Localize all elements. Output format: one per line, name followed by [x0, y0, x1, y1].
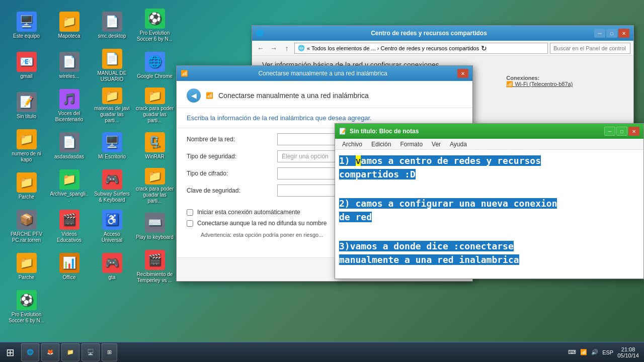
notepad-content[interactable]: 1) vamos a centro de redes y recursoscom… — [335, 150, 643, 279]
sin-titulo-label: Sin título — [17, 114, 36, 120]
desktop-icon-este-equipo[interactable]: 🖥️ Este equipo — [5, 5, 48, 45]
connect-hidden-checkbox[interactable] — [187, 220, 193, 227]
desktop-icon-subway[interactable]: 🎮 Subway Surfers & Keyboard — [91, 166, 133, 206]
desktop-icon-pro-evo1[interactable]: ⚽ Pro Evolution Soccer 6 by N... — [133, 5, 176, 45]
network-close-button[interactable]: ✕ — [618, 29, 629, 38]
desktop-icon-materias[interactable]: 📁 materias de javi guadar las parti... — [91, 85, 133, 126]
crack1-label: crack para poder guadar las parti... — [135, 106, 174, 124]
acceso-label: Acceso Universal — [93, 231, 131, 243]
taskbar-items: 🌐 🦊 📁 🖥️ ⊞ — [20, 342, 563, 362]
wireless-dialog-header: ◀ 📶 Conectarse manualmente a una red ina… — [177, 81, 472, 108]
desktop-icon-parche2[interactable]: 📁 Parche — [5, 246, 48, 287]
taskbar-item-explorer[interactable]: 📁 — [61, 343, 79, 361]
manual-icon: 📄 — [102, 49, 122, 69]
materias-icon: 📁 — [102, 87, 122, 104]
taskbar-apps-icon: ⊞ — [107, 349, 112, 355]
taskbar-tray: ⌨ 📶 🔊 ESP 21:08 05/10/14 — [563, 346, 644, 358]
clave-seguridad-label: Clave de seguridad: — [187, 187, 272, 194]
network-back-button[interactable]: ← — [255, 43, 266, 54]
asdasdasdas-label: asdasdasdas — [54, 154, 84, 160]
mi-escritorio-icon: 🖥️ — [102, 132, 122, 152]
play-icon: ⌨️ — [145, 213, 165, 233]
desktop-icon-asdasdasdas[interactable]: 📄 asdasdasdas — [48, 126, 91, 166]
desktop-icon-pro-evo2[interactable]: ⚽ Pro Evolution Soccer 6 by N... — [5, 287, 48, 327]
pro-evo1-label: Pro Evolution Soccer 6 by N... — [135, 30, 174, 42]
este-equipo-icon: 🖥️ — [17, 12, 37, 32]
menu-ver[interactable]: Ver — [428, 140, 445, 149]
desktop-icon-archive[interactable]: 📁 Archive_spangli... — [48, 166, 91, 206]
taskbar: ⊞ 🌐 🦊 📁 🖥️ ⊞ ⌨ 📶 🔊 ESP — [0, 342, 644, 362]
network-forward-button[interactable]: → — [268, 43, 279, 54]
gmail-icon: 📧 — [17, 52, 37, 72]
taskbar-item-windows[interactable]: 🖥️ — [82, 343, 100, 361]
conexiones-link[interactable]: 📶 Wi-Fi (Telecentro-b87a) — [506, 81, 573, 87]
tray-volume-icon: 🔊 — [591, 349, 598, 355]
desktop-icon-recibimiento[interactable]: 🎬 Recibimiento de Temperley vs ... — [133, 246, 176, 287]
desktop-icon-voces[interactable]: 🎵 Voces del Bicentenario — [48, 85, 91, 126]
desktop-icon-acceso[interactable]: ♿ Acceso Universal — [91, 206, 133, 246]
parche2-icon: 📁 — [17, 253, 37, 273]
auto-connect-checkbox[interactable] — [187, 209, 193, 216]
desktop-icon-wireless[interactable]: 📄 wireles... — [48, 45, 91, 85]
notepad-window: 📝 Sin título: Bloc de notas ─ □ ✕ Archiv… — [335, 123, 644, 279]
taskbar-chrome-icon: 🌐 — [27, 349, 34, 355]
office-label: Office — [63, 275, 76, 281]
tray-network-icon: 📶 — [580, 349, 587, 355]
tipo-cifrado-label: Tipo de cifrado: — [187, 170, 272, 177]
recibimiento-icon: 🎬 — [145, 250, 165, 270]
network-address-bar[interactable]: 🌐 « Todos los elementos de ... › Centro … — [294, 43, 548, 54]
taskbar-item-firefox[interactable]: 🦊 — [41, 343, 59, 361]
address-refresh-button[interactable]: ↻ — [481, 44, 487, 52]
taskbar-item-chrome[interactable]: 🌐 — [21, 343, 39, 361]
desktop-icon-gta[interactable]: 🎮 gta — [91, 246, 133, 287]
pro-evo2-icon: ⚽ — [17, 290, 37, 310]
notepad-minimize-button[interactable]: ─ — [604, 127, 615, 136]
play-label: Play to keyboard — [136, 234, 174, 240]
wireless-dialog-titlebar: 📶 Conectarse manualmente a una red inalá… — [177, 66, 472, 81]
taskbar-explorer-icon: 📁 — [67, 349, 74, 355]
desktop-icon-mi-escritorio[interactable]: 🖥️ Mi Escritorio — [91, 126, 133, 166]
desktop-icon-chrome[interactable]: 🌐 Google Chrome — [133, 45, 176, 85]
desktop-icon-parche-pfv[interactable]: 📦 PARCHE PFV PC.rar.torren — [5, 206, 48, 246]
wireless-close-button[interactable]: ✕ — [457, 69, 468, 78]
notepad-close-button[interactable]: ✕ — [628, 127, 639, 136]
desktop-icon-crack1[interactable]: 📁 crack para poder guadar las parti... — [133, 85, 176, 126]
desktop-icon-office[interactable]: 📊 Office — [48, 246, 91, 287]
desktop-icon-numero[interactable]: 📁 numero de ni kapo — [5, 126, 48, 166]
taskbar-clock: 21:08 05/10/14 — [617, 346, 639, 358]
taskbar-item-apps[interactable]: ⊞ — [102, 343, 117, 361]
desktop-icon-sin-titulo[interactable]: 📝 Sin título — [5, 85, 48, 126]
network-maximize-button[interactable]: □ — [606, 29, 617, 38]
chrome-icon: 🌐 — [145, 52, 165, 72]
notepad-maximize-button[interactable]: □ — [616, 127, 627, 136]
auto-connect-label: Iniciar esta conexión automáticamente — [197, 209, 300, 216]
start-button[interactable]: ⊞ — [0, 342, 20, 363]
connect-hidden-label: Conectarse aunque la red no difunda su n… — [197, 220, 327, 227]
sin-titulo-icon: 📝 — [17, 92, 37, 112]
network-minimize-button[interactable]: ─ — [594, 29, 605, 38]
wireless-dialog-title: Conectarse manualmente a una red inalámb… — [258, 70, 387, 77]
notepad-titlebar: 📝 Sin título: Bloc de notas ─ □ ✕ — [335, 124, 643, 139]
network-up-button[interactable]: ↑ — [281, 43, 292, 54]
clock-time: 21:08 — [617, 346, 639, 352]
desktop-icon-winrar[interactable]: 🗜️ WinRAR — [133, 126, 176, 166]
desktop-icon-play[interactable]: ⌨️ Play to keyboard — [133, 206, 176, 246]
desktop-icon-parche[interactable]: 📁 Parche — [5, 166, 48, 206]
menu-edicion[interactable]: Edición — [367, 140, 395, 149]
desktop-icon-mapoteca[interactable]: 📁 Mapoteca — [48, 5, 91, 45]
winrar-label: WinRAR — [145, 154, 164, 160]
notepad-menubar: Archivo Edición Formato Ver Ayuda — [335, 139, 643, 150]
desktop-icon-gmail[interactable]: 📧 gmail — [5, 45, 48, 85]
numero-icon: 📁 — [17, 129, 37, 149]
desktop-icon-crack2[interactable]: 📁 crack para poder guadar las parti... — [133, 166, 176, 206]
wireless-icon: 📄 — [59, 52, 79, 72]
wireless-back-button[interactable]: ◀ — [187, 88, 201, 103]
network-search-input[interactable] — [550, 43, 630, 54]
desktop-icon-videos[interactable]: 🎬 Videos Educativos — [48, 206, 91, 246]
desktop-icon-smc[interactable]: 📄 smc.desktop — [91, 5, 133, 45]
subway-label: Subway Surfers & Keyboard — [93, 191, 131, 203]
menu-archivo[interactable]: Archivo — [338, 140, 366, 149]
menu-ayuda[interactable]: Ayuda — [446, 140, 471, 149]
desktop-icon-manual[interactable]: 📄 MANUAL DE USUARIO — [91, 45, 133, 85]
menu-formato[interactable]: Formato — [396, 140, 427, 149]
